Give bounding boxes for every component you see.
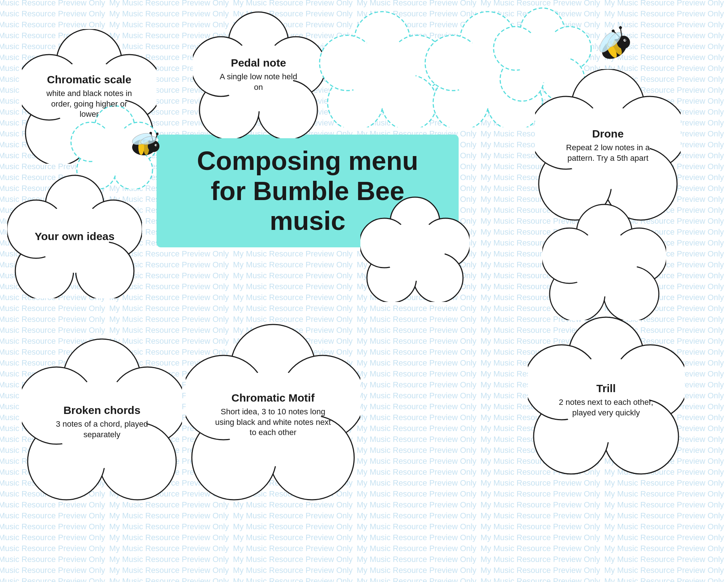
flower-your-own-ideas: Your own ideas bbox=[7, 175, 142, 298]
bee-2 bbox=[590, 25, 637, 71]
svg-point-83 bbox=[156, 133, 159, 135]
chromatic-scale-title: Chromatic scale bbox=[42, 73, 136, 86]
trill-title: Trill bbox=[555, 382, 657, 395]
chromatic-motif-title: Chromatic Motif bbox=[215, 391, 331, 404]
flower-empty-2 bbox=[360, 196, 470, 302]
flower-empty-1 bbox=[542, 204, 666, 320]
flower-trill: Trill 2 notes next to each other, played… bbox=[528, 316, 684, 484]
flower-chromatic-motif: Chromatic Motif Short idea, 3 to 10 note… bbox=[186, 324, 360, 506]
svg-point-59 bbox=[385, 221, 445, 281]
trill-body: 2 notes next to each other, played very … bbox=[555, 397, 657, 418]
main-content: Composing menu for Bumble Bee music Chro… bbox=[0, 0, 728, 582]
broken-chords-title: Broken chords bbox=[49, 404, 155, 417]
chromatic-scale-body: white and black notes in order, going hi… bbox=[42, 88, 136, 120]
svg-point-53 bbox=[571, 231, 637, 296]
your-own-ideas-title: Your own ideas bbox=[29, 230, 120, 243]
chromatic-motif-body: Short idea, 3 to 10 notes long using bla… bbox=[215, 407, 331, 438]
broken-chords-body: 3 notes of a chord, played separately bbox=[49, 419, 155, 440]
pedal-note-title: Pedal note bbox=[215, 56, 302, 69]
svg-point-17 bbox=[349, 39, 416, 106]
drone-title: Drone bbox=[559, 127, 657, 140]
flower-pedal-note: Pedal note A single low note held on bbox=[193, 11, 324, 138]
svg-point-95 bbox=[618, 25, 622, 29]
svg-point-89 bbox=[156, 145, 157, 146]
bee-1 bbox=[124, 127, 164, 165]
flower-drone: Drone Repeat 2 low notes in a pattern. T… bbox=[535, 69, 681, 222]
drone-body: Repeat 2 low notes in a pattern. Try a 5… bbox=[559, 143, 657, 163]
flower-broken-chords: Broken chords 3 notes of a chord, played… bbox=[22, 338, 182, 506]
pedal-note-body: A single low note held on bbox=[215, 72, 302, 92]
